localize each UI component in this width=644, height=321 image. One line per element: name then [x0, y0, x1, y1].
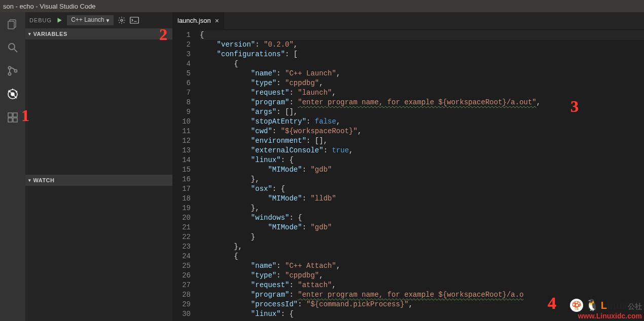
search-icon[interactable]: [6, 41, 20, 55]
debug-config-select[interactable]: C++ Launch: [67, 15, 113, 25]
svg-point-6: [15, 70, 17, 72]
svg-point-9: [11, 93, 14, 96]
svg-point-5: [9, 73, 11, 75]
svg-rect-18: [130, 17, 138, 23]
tab-label: launch.json: [177, 17, 211, 24]
debug-config-selected: C++ Launch: [71, 16, 104, 23]
svg-point-17: [121, 19, 123, 21]
activity-bar: [0, 12, 25, 321]
variables-label: VARIABLES: [33, 31, 67, 37]
svg-rect-13: [8, 113, 12, 117]
svg-rect-14: [13, 113, 17, 117]
variables-body: [25, 39, 172, 175]
gear-icon[interactable]: [118, 16, 126, 24]
debug-console-icon[interactable]: [130, 17, 139, 24]
files-icon[interactable]: [6, 17, 20, 31]
code-content[interactable]: { "version": "0.2.0", "configurations": …: [200, 29, 644, 321]
code-editor[interactable]: 1234567891011121314151617181920212223242…: [172, 29, 644, 321]
start-debug-button[interactable]: [56, 17, 63, 24]
svg-point-4: [9, 67, 11, 69]
chevron-down-icon: ▾: [28, 178, 31, 183]
debug-toolbar: DEBUG C++ Launch ▼: [25, 12, 172, 28]
chevron-down-icon: ▾: [28, 31, 31, 36]
editor-tabbar: launch.json ×: [172, 12, 644, 29]
editor-area: launch.json × 12345678910111213141516171…: [172, 12, 644, 321]
svg-rect-1: [8, 21, 14, 29]
svg-rect-15: [8, 118, 12, 122]
debug-icon[interactable]: [6, 87, 20, 101]
watch-label: WATCH: [33, 177, 55, 183]
tab-launch-json[interactable]: launch.json ×: [172, 12, 225, 29]
svg-point-2: [9, 44, 15, 50]
debug-label: DEBUG: [29, 17, 52, 23]
git-icon[interactable]: [6, 64, 20, 78]
variables-section-header[interactable]: ▾ VARIABLES: [25, 28, 172, 39]
watch-section-header[interactable]: ▾ WATCH: [25, 175, 172, 186]
svg-line-3: [14, 49, 17, 52]
extensions-icon[interactable]: [6, 110, 20, 125]
line-number-gutter: 1234567891011121314151617181920212223242…: [172, 29, 200, 321]
svg-rect-16: [13, 118, 17, 122]
window-titlebar: son - echo - Visual Studio Code: [0, 0, 644, 12]
debug-sidebar: DEBUG C++ Launch ▼ ▾ VARIABLES ▾: [25, 12, 172, 321]
close-icon[interactable]: ×: [215, 17, 219, 25]
window-title: son - echo - Visual Studio Code: [3, 3, 96, 10]
